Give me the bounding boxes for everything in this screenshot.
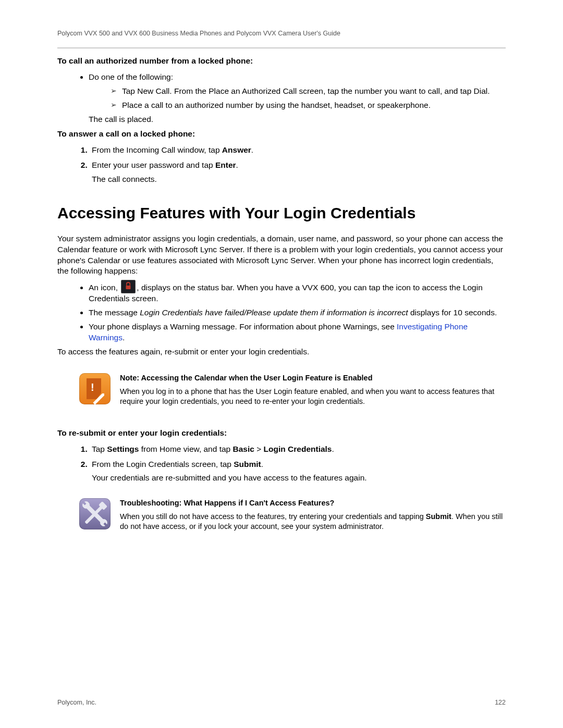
bullet-list: Do one of the following: Tap New Call. F…	[57, 72, 506, 125]
submit-label: Submit	[426, 512, 451, 521]
text: When you still do not have access to the…	[120, 512, 426, 521]
sub-list-item: Place a call to an authorized number by …	[111, 100, 506, 111]
step-item: From the Login Credentials screen, tap S…	[90, 459, 506, 484]
text: , displays on the status bar. When you h…	[89, 283, 483, 303]
answer-label: Answer	[222, 145, 251, 154]
text: Tap	[92, 445, 107, 453]
paragraph: To access the features again, re-submit …	[57, 347, 506, 357]
basic-label: Basic	[233, 445, 254, 453]
result-text: The call connects.	[92, 174, 506, 185]
page-footer: Polycom, Inc. 122	[57, 698, 506, 707]
footer-page-number: 122	[495, 698, 506, 707]
list-item: The message Login Credentials have faile…	[89, 307, 506, 318]
result-text: The call is placed.	[89, 114, 506, 125]
footer-company: Polycom, Inc.	[57, 698, 96, 707]
page-heading: Accessing Features with Your Login Crede…	[57, 203, 506, 224]
note-body: Note: Accessing the Calendar when the Us…	[120, 373, 506, 407]
login-credentials-label: Login Credentials	[264, 445, 332, 453]
note-title: Note: Accessing the Calendar when the Us…	[120, 373, 506, 384]
text: An icon,	[89, 283, 120, 292]
header-rule	[57, 47, 506, 48]
note-callout: Note: Accessing the Calendar when the Us…	[79, 373, 506, 407]
enter-label: Enter	[215, 161, 236, 169]
troubleshooting-title: Troubleshooting: What Happens if I Can't…	[120, 498, 506, 509]
step-item: Tap Settings from Home view, and tap Bas…	[90, 444, 506, 455]
troubleshooting-text: When you still do not have access to the…	[120, 512, 506, 532]
submit-label: Submit	[234, 460, 261, 468]
list-item: An icon, , displays on the status bar. W…	[89, 280, 506, 304]
settings-label: Settings	[107, 445, 139, 453]
text: from Home view, and tap	[139, 445, 232, 453]
list-item: Do one of the following: Tap New Call. F…	[89, 72, 506, 125]
step-text: From the Incoming Call window, tap	[92, 145, 222, 154]
list-item: Your phone displays a Warning message. F…	[89, 322, 506, 343]
troubleshooting-body: Troubleshooting: What Happens if I Can't…	[120, 498, 506, 532]
section-title-answer-locked: To answer a call on a locked phone:	[57, 129, 506, 140]
running-header: Polycom VVX 500 and VVX 600 Business Med…	[57, 29, 506, 38]
tools-icon	[79, 498, 111, 529]
intro-paragraph: Your system administrator assigns you lo…	[57, 233, 506, 277]
text: From the Login Credentials screen, tap	[92, 460, 234, 468]
sub-list-item: Tap New Call. From the Place an Authoriz…	[111, 86, 506, 97]
sub-list: Tap New Call. From the Place an Authoriz…	[89, 86, 506, 111]
troubleshooting-callout: Troubleshooting: What Happens if I Can't…	[79, 498, 506, 532]
text: The message	[89, 308, 140, 317]
step-item: From the Incoming Call window, tap Answe…	[90, 145, 506, 156]
numbered-list: From the Incoming Call window, tap Answe…	[57, 145, 506, 185]
result-text: Your credentials are re-submitted and yo…	[92, 473, 506, 484]
list-item-text: Do one of the following:	[89, 72, 173, 81]
text: displays for 10 seconds.	[408, 308, 497, 317]
bullet-list: An icon, , displays on the status bar. W…	[57, 280, 506, 343]
section-title-call-locked: To call an authorized number from a lock…	[57, 56, 506, 67]
text: >	[254, 445, 264, 453]
note-icon	[79, 373, 111, 404]
note-text: When you log in to a phone that has the …	[120, 387, 506, 407]
italic-message: Login Credentials have failed/Please upd…	[140, 308, 408, 317]
section-title-resubmit: To re-submit or enter your login credent…	[57, 428, 506, 439]
text: Your phone displays a Warning message. F…	[89, 322, 397, 331]
page: Polycom VVX 500 and VVX 600 Business Med…	[0, 0, 563, 728]
step-item: Enter your user password and tap Enter. …	[90, 160, 506, 185]
numbered-list: Tap Settings from Home view, and tap Bas…	[57, 444, 506, 484]
step-text: Enter your user password and tap	[92, 161, 215, 169]
lock-icon	[121, 280, 136, 293]
